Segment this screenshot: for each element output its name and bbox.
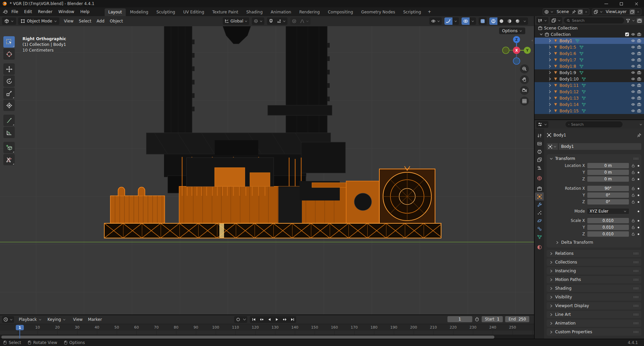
properties-search-input[interactable]	[571, 122, 620, 127]
hide-eye-icon[interactable]	[631, 109, 635, 113]
hide-eye-icon[interactable]	[631, 58, 635, 62]
timeline-channel-strip[interactable]	[0, 331, 534, 335]
snapping-controls[interactable]	[267, 17, 287, 25]
tab-object-data[interactable]	[535, 233, 544, 241]
lock-icon[interactable]	[631, 193, 635, 197]
collapsed-panel-header[interactable]: Motion Paths	[547, 276, 641, 283]
frame-end-field[interactable]: End 250	[505, 316, 529, 322]
hide-eye-icon[interactable]	[631, 45, 635, 49]
viewport-menu-item[interactable]: Select	[76, 18, 94, 24]
auto-keying-toggle[interactable]	[234, 316, 242, 323]
shading-wireframe-button[interactable]	[489, 17, 497, 25]
workspace-tab[interactable]: Animation	[267, 8, 295, 16]
collapse-chevron-icon[interactable]	[539, 33, 543, 36]
new-scene-icon[interactable]	[578, 10, 582, 14]
panel-grip-icon[interactable]	[633, 296, 639, 298]
animate-dot-icon[interactable]	[638, 211, 639, 212]
gizmos-toggle-group[interactable]	[444, 17, 459, 25]
animate-dot-icon[interactable]	[638, 172, 639, 173]
jump-to-start-button[interactable]	[250, 316, 258, 323]
hide-eye-icon[interactable]	[631, 102, 635, 107]
expand-chevron-icon[interactable]	[548, 71, 552, 74]
outliner-object-row[interactable]: Body1	[535, 38, 644, 44]
outliner-display-mode-button[interactable]	[536, 17, 548, 24]
scale-tool[interactable]	[3, 88, 15, 99]
disable-render-camera-icon[interactable]	[637, 77, 641, 81]
expand-chevron-icon[interactable]	[548, 45, 552, 49]
expand-chevron-icon[interactable]	[548, 52, 552, 55]
expand-chevron-icon[interactable]	[548, 96, 552, 100]
tab-constraints[interactable]	[535, 225, 544, 233]
workspace-tab[interactable]: Scripting	[399, 8, 425, 16]
tab-modifiers[interactable]	[535, 200, 544, 209]
transform-panel-header[interactable]: Transform	[547, 154, 641, 163]
timeline-scrollbar-thumb[interactable]	[1, 336, 494, 339]
new-collection-button[interactable]	[637, 18, 642, 23]
pin-icon[interactable]	[572, 10, 576, 14]
viewport-menu-item[interactable]: Object	[107, 18, 125, 24]
navigation-axis-gizmo[interactable]: Z Y X	[501, 35, 533, 68]
expand-chevron-icon[interactable]	[548, 64, 552, 68]
keying-set-dropdown[interactable]	[242, 316, 247, 323]
outliner-object-row[interactable]: Body1:5	[535, 44, 644, 50]
hide-eye-icon[interactable]	[631, 70, 635, 75]
collapsed-panel-header[interactable]: Shading	[547, 285, 641, 292]
value-field[interactable]: 0.010	[587, 231, 629, 237]
value-field[interactable]: 0 m	[587, 176, 629, 182]
disable-render-camera-icon[interactable]	[637, 39, 641, 43]
xray-toggle[interactable]	[479, 17, 487, 25]
expand-chevron-icon[interactable]	[548, 58, 552, 62]
zoom-view-button[interactable]	[520, 64, 529, 73]
tab-collection[interactable]	[535, 184, 544, 192]
expand-chevron-icon[interactable]	[548, 103, 552, 106]
value-field[interactable]: 90°	[587, 186, 629, 191]
outliner-object-row[interactable]: Body1:9	[535, 69, 644, 76]
lock-icon[interactable]	[631, 200, 635, 204]
timeline-menu-dropdown[interactable]: Keying	[45, 316, 68, 323]
pivot-point-selector[interactable]	[252, 17, 264, 25]
disable-render-camera-icon[interactable]	[637, 45, 641, 49]
disable-render-camera-icon[interactable]	[637, 83, 641, 88]
collapsed-panel-header[interactable]: Instancing	[547, 267, 641, 275]
animate-dot-icon[interactable]	[638, 165, 639, 167]
hide-eye-icon[interactable]	[631, 77, 635, 81]
outliner-search[interactable]	[564, 17, 624, 23]
timeline-editor-type-button[interactable]	[2, 316, 14, 323]
mode-selector[interactable]: Object Mode	[18, 17, 59, 25]
expand-chevron-icon[interactable]	[548, 90, 552, 94]
panel-grip-icon[interactable]	[633, 252, 639, 255]
workspace-tab[interactable]: Sculpting	[153, 8, 179, 16]
collapsed-panel-header[interactable]: Collections	[547, 258, 641, 266]
viewport-menu-item[interactable]: View	[61, 18, 76, 24]
value-field[interactable]: 0.010	[587, 218, 629, 223]
panel-grip-icon[interactable]	[633, 278, 639, 281]
workspace-tab[interactable]: UV Editing	[179, 8, 208, 16]
animate-dot-icon[interactable]	[638, 201, 639, 203]
outliner-object-row[interactable]: Body1:11	[535, 82, 644, 89]
outliner-filter-source-button[interactable]	[550, 17, 562, 24]
panel-grip-icon[interactable]	[633, 313, 639, 316]
delta-transform-subpanel[interactable]: Delta Transform	[547, 238, 641, 245]
disable-render-camera-icon[interactable]	[637, 70, 641, 75]
chevron-down-icon[interactable]	[639, 123, 642, 126]
panel-grip-icon[interactable]	[633, 304, 639, 307]
disable-render-camera-icon[interactable]	[637, 51, 641, 56]
outliner-object-row[interactable]: Body1:13	[535, 95, 644, 101]
collapsed-panel-header[interactable]: Viewport Display	[547, 302, 641, 309]
value-field[interactable]: 0°	[587, 199, 629, 205]
scene-selector[interactable]: Scene	[543, 8, 589, 15]
cursor-tool[interactable]	[3, 48, 15, 60]
disable-render-camera-icon[interactable]	[637, 58, 641, 62]
outliner-object-row[interactable]: Body1:10	[535, 76, 644, 82]
proportional-editing-controls[interactable]	[290, 17, 311, 25]
tab-particles[interactable]	[535, 209, 544, 217]
timeline-menu-item[interactable]: View	[70, 316, 85, 323]
previous-keyframe-button[interactable]	[258, 316, 265, 323]
object-name-input[interactable]	[558, 143, 641, 150]
workspace-tab[interactable]: Layout	[105, 8, 126, 16]
move-tool[interactable]	[3, 63, 15, 75]
rotate-tool[interactable]	[3, 75, 15, 87]
expand-chevron-icon[interactable]	[548, 83, 552, 87]
menu-item[interactable]: Edit	[21, 8, 35, 15]
panel-grip-icon[interactable]	[633, 287, 639, 290]
